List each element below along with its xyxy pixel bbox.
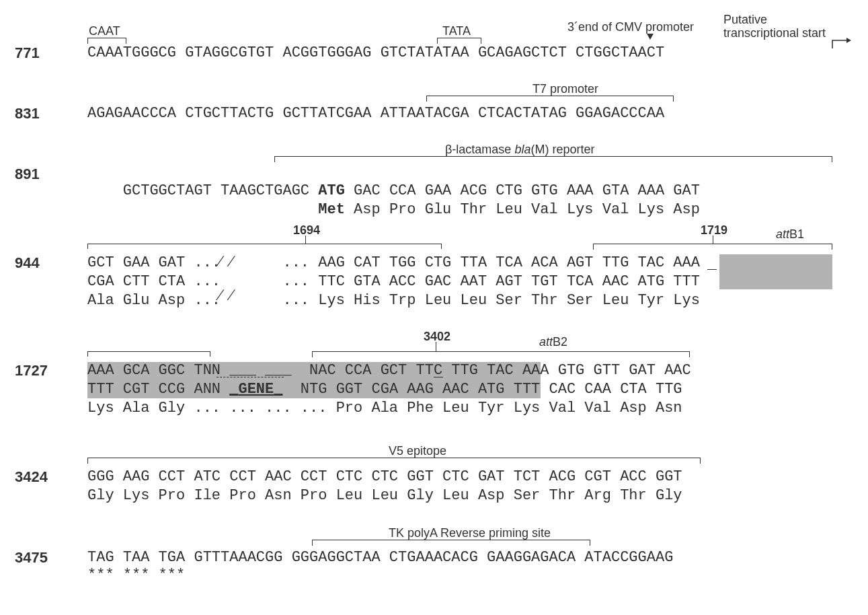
sequence-3475: TAG TAA TGA GTTTAAACGG GGGAGGCTAA CTGAAA… bbox=[87, 549, 673, 566]
position-3424: 3424 bbox=[15, 468, 48, 486]
bracket-attb2 bbox=[312, 351, 690, 357]
sequence-1727-bot: TTT CGT CCG ANN _GENE_ NTG GGT CGA AAG A… bbox=[87, 381, 682, 398]
aa-891-post: Asp Pro Glu Thr Leu Val Lys Val Lys Asp bbox=[345, 201, 700, 218]
label-3402: 3402 bbox=[424, 330, 450, 344]
label-1694: 1694 bbox=[293, 223, 320, 238]
position-891: 891 bbox=[15, 166, 40, 183]
aa-3424: Gly Lys Pro Ile Pro Asn Pro Leu Leu Gly … bbox=[87, 487, 682, 504]
row-831: T7 promoter 831 AGAGAACCCA CTGCTTACTG GC… bbox=[15, 78, 853, 139]
stop-codon-stars: *** *** *** bbox=[87, 567, 185, 583]
row-891: β-lactamase bla(M) reporter 891 GCTGGCTA… bbox=[15, 139, 853, 219]
label-tk-polya: TK polyA Reverse priming site bbox=[389, 526, 551, 540]
tick-3402 bbox=[436, 342, 436, 351]
bracket-bla bbox=[274, 156, 832, 162]
arrowdown-cmv bbox=[647, 34, 654, 40]
sequence-3424: GGG AAG CCT ATC CCT AAC CCT CTC CTC GGT … bbox=[87, 468, 682, 485]
tick-1694 bbox=[305, 236, 306, 244]
bracket-tk bbox=[312, 540, 590, 546]
row-944: 1694 1719 attB1 944 GCT GAA GAT ... ... … bbox=[15, 219, 853, 327]
underline-c-3402 bbox=[434, 377, 443, 377]
tick-944-left-start bbox=[87, 244, 88, 249]
row-3475: TK polyA Reverse priming site 3475 TAG T… bbox=[15, 522, 853, 596]
bracket-v5 bbox=[87, 458, 701, 464]
position-1727: 1727 bbox=[15, 362, 48, 379]
row-1727: 3402 attB2 1727 AAA GCA GGC TNN ___ ___ … bbox=[15, 327, 853, 441]
position-3475: 3475 bbox=[15, 549, 48, 567]
label-1719: 1719 bbox=[701, 223, 727, 238]
position-771: 771 bbox=[15, 44, 40, 62]
gene-label: _GENE_ bbox=[229, 381, 282, 398]
label-attb1: attB1 bbox=[776, 227, 804, 242]
bracket-caat bbox=[87, 38, 126, 44]
sequence-944-top: GCT GAA GAT ... ... AAG CAT TGG CTG TTA … bbox=[87, 254, 700, 271]
label-t7-promoter: T7 promoter bbox=[532, 82, 598, 96]
sequence-831: AGAGAACCCA CTGCTTACTG GCTTATCGAA ATTAATA… bbox=[87, 105, 664, 122]
label-caat: CAAT bbox=[89, 24, 120, 38]
label-cmv-end: 3´end of CMV promoter bbox=[567, 20, 694, 34]
sequence-771: CAAATGGGCG GTAGGCGTGT ACGGTGGGAG GTCTATA… bbox=[87, 44, 664, 61]
bracket-t7 bbox=[426, 96, 674, 102]
ellipsis-slash2: ⁄⁄ bbox=[214, 287, 239, 305]
row-3424: V5 epitope 3424 GGG AAG CCT ATC CCT AAC … bbox=[15, 441, 853, 522]
shade-attb1 bbox=[719, 254, 832, 289]
label-bla-reporter: β-lactamase bla(M) reporter bbox=[445, 143, 594, 157]
bracket-tata bbox=[437, 38, 481, 44]
label-tata: TATA bbox=[442, 24, 471, 38]
position-831: 831 bbox=[15, 105, 40, 122]
underline-t-1719 bbox=[707, 269, 717, 270]
tick-1727-left-end bbox=[210, 351, 210, 357]
aa-891-met: Met bbox=[318, 201, 345, 218]
tick-1727-left-start bbox=[87, 351, 88, 357]
label-trans-start: Putative transcriptional start bbox=[723, 13, 826, 40]
aa-1727: Lys Ala Gly ... ... ... ... Pro Ala Phe … bbox=[87, 400, 682, 417]
dashed-gap-top bbox=[216, 377, 284, 377]
label-attb2: attB2 bbox=[539, 335, 567, 349]
arrow-trans-start bbox=[832, 38, 852, 50]
tick-1719 bbox=[713, 236, 713, 244]
aa-944: Ala Glu Asp ... ... Lys His Trp Leu Leu … bbox=[87, 292, 700, 309]
sequence-1727-top: AAA GCA GGC TNN ___ ___ NAC CCA GCT TTC … bbox=[87, 362, 691, 379]
tick-944-left-end bbox=[441, 244, 442, 249]
row-771: CAAT TATA 3´end of CMV promoter Putative… bbox=[15, 17, 853, 78]
ellipsis-slash: ⁄⁄ bbox=[214, 253, 239, 271]
bracket-attb1-right bbox=[593, 244, 832, 250]
overline-1727-left bbox=[87, 351, 210, 352]
sequence-944-bot: CGA CTT CTA ... ... TTC GTA ACC GAC AAT … bbox=[87, 273, 700, 290]
label-v5-epitope: V5 epitope bbox=[389, 444, 446, 458]
position-944: 944 bbox=[15, 254, 40, 272]
overline-944-left bbox=[87, 244, 441, 244]
